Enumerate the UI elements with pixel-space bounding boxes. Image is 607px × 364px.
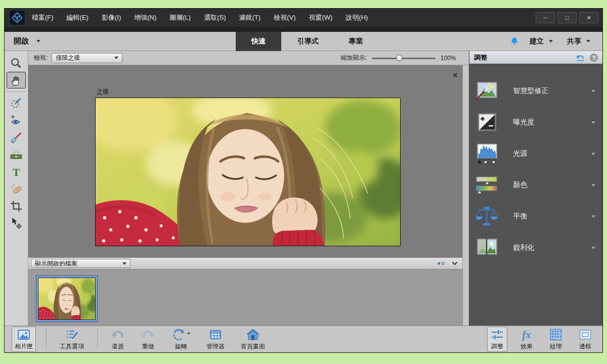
create-button[interactable]: 建立	[526, 37, 557, 46]
zoom-tool-button[interactable]	[7, 55, 26, 71]
caret-down-icon	[549, 40, 553, 42]
help-icon[interactable]: ?	[590, 54, 598, 62]
tab-quick[interactable]: 快速	[236, 32, 281, 51]
caret-down-icon[interactable]	[591, 90, 595, 93]
adjust-item-exposure[interactable]: 曝光度	[469, 107, 602, 138]
home-screen-button[interactable]: 首頁畫面	[238, 327, 268, 352]
menu-layer[interactable]: 圖層(L)	[169, 13, 191, 22]
taskbar-separator	[46, 329, 47, 350]
mode-tabs: 快速 引導式 專業	[236, 32, 377, 51]
frames-button[interactable]: 邊框	[575, 327, 595, 352]
adjust-item-label: 平衡	[513, 212, 527, 221]
exposure-icon	[474, 112, 499, 133]
adjust-item-label: 光源	[513, 149, 527, 158]
menu-image[interactable]: 影像(I)	[102, 13, 121, 22]
minimize-button[interactable]: ─	[536, 12, 555, 23]
menu-filter[interactable]: 濾鏡(T)	[239, 13, 261, 22]
sharpen-icon	[474, 237, 499, 258]
smart-fix-icon	[474, 80, 499, 102]
bin-menu-icon[interactable]: ▾≡	[437, 260, 445, 267]
tab-expert[interactable]: 專業	[334, 32, 377, 51]
task-bar: 相片匣 工具選項 還原	[5, 326, 602, 352]
adjust-item-color[interactable]: 顏色	[469, 169, 602, 201]
zoom-slider-thumb[interactable]	[396, 55, 403, 61]
caret-down-icon[interactable]	[591, 121, 595, 124]
caret-down-icon	[586, 40, 590, 42]
zoom-control-group: 縮放顯示: 100%	[340, 54, 456, 62]
taskbar-button-label: 紋理	[550, 342, 562, 351]
close-button[interactable]: ✕	[579, 12, 598, 23]
menu-view[interactable]: 檢視(V)	[274, 13, 295, 22]
view-dropdown[interactable]: 僅限之後	[52, 53, 122, 63]
taskbar-right: 調整 fx 效果 紋理	[487, 327, 595, 352]
menu-window[interactable]: 視窗(W)	[309, 13, 332, 22]
collapse-bin-icon[interactable]	[452, 261, 458, 265]
caret-down-icon[interactable]	[591, 215, 595, 218]
center-column: 檢視: 僅限之後 縮放顯示: 100% 之後	[28, 51, 469, 326]
menu-file[interactable]: 檔案(F)	[32, 13, 54, 22]
tab-guided[interactable]: 引導式	[281, 32, 334, 51]
adjustments-panel-header: 調整 ?	[469, 51, 602, 64]
redo-icon	[141, 328, 155, 342]
adjust-item-label: 銳利化	[513, 243, 534, 252]
crop-icon	[10, 200, 23, 213]
photo-thumbnail[interactable]	[36, 276, 98, 322]
red-eye-tool-button[interactable]	[7, 112, 26, 128]
maximize-button[interactable]: □	[557, 12, 577, 23]
type-tool-button[interactable]: T	[7, 163, 26, 180]
textures-button[interactable]: 紋理	[546, 327, 566, 352]
vertical-scrollbar[interactable]	[462, 65, 469, 326]
caret-down-icon[interactable]	[591, 184, 595, 187]
notification-bell-icon[interactable]	[509, 36, 519, 47]
after-label: 之後	[97, 87, 109, 96]
crop-tool-button[interactable]	[7, 198, 26, 214]
edited-photo[interactable]	[95, 98, 401, 246]
adjustments-panel: 調整 ? 智慧型修正	[469, 51, 602, 326]
adjust-item-sharpen[interactable]: 銳利化	[469, 232, 602, 263]
redo-button[interactable]: 重做	[138, 327, 158, 352]
rotate-button[interactable]: 旋轉	[168, 327, 193, 352]
hand-tool-button[interactable]	[7, 72, 26, 88]
organizer-button[interactable]: 管理器	[203, 327, 228, 352]
zoom-slider[interactable]	[372, 55, 436, 62]
window-controls: ─ □ ✕	[536, 12, 598, 23]
whiten-teeth-tool-button[interactable]	[7, 129, 26, 146]
taskbar-button-label: 旋轉	[175, 342, 187, 351]
caret-down-icon[interactable]	[591, 153, 595, 155]
app-logo-icon	[9, 10, 26, 25]
move-tool-button[interactable]	[7, 215, 26, 232]
adjust-item-smart-fix[interactable]: 智慧型修正	[469, 75, 602, 107]
mode-bar: 開啟 快速 引導式 專業 建立 共享	[5, 32, 602, 51]
menu-help[interactable]: 說明(H)	[345, 13, 368, 22]
texture-icon	[549, 328, 563, 342]
menu-edit[interactable]: 編輯(E)	[67, 13, 89, 22]
reset-panel-icon[interactable]	[575, 54, 585, 62]
straighten-tool-button[interactable]	[7, 146, 26, 163]
spot-healing-tool-button[interactable]	[7, 180, 26, 197]
mode-bar-right: 建立 共享	[509, 36, 594, 47]
toothbrush-icon	[10, 131, 23, 144]
photo-bin-dropdown[interactable]: 顯示開啟的檔案	[31, 259, 131, 268]
adjust-item-label: 智慧型修正	[513, 86, 548, 96]
photo-bin-icon	[17, 328, 31, 342]
rotate-icon	[171, 328, 190, 342]
taskbar-separator	[97, 329, 98, 350]
quick-selection-tool-button[interactable]	[7, 95, 26, 111]
adjustments-button[interactable]: 調整	[487, 327, 507, 352]
panel-header-icons: ?	[575, 54, 598, 62]
photo-bin-button[interactable]: 相片匣	[12, 327, 36, 352]
share-button[interactable]: 共享	[563, 37, 594, 46]
adjust-item-lighting[interactable]: 光源	[469, 138, 602, 169]
caret-down-icon	[187, 333, 190, 335]
open-button[interactable]: 開啟	[14, 36, 40, 46]
effects-button[interactable]: fx 效果	[516, 327, 537, 352]
menu-select[interactable]: 選取(S)	[204, 13, 226, 22]
menu-enhance[interactable]: 增強(N)	[134, 13, 156, 22]
tool-options-button[interactable]: 工具選項	[57, 327, 87, 352]
adjust-item-balance[interactable]: 平衡	[469, 201, 602, 232]
undo-button[interactable]: 還原	[108, 327, 128, 352]
toolbar-separator	[6, 92, 26, 92]
close-image-icon[interactable]: ✕	[452, 72, 458, 79]
caret-down-icon[interactable]	[591, 247, 595, 249]
caret-down-icon	[122, 262, 126, 265]
